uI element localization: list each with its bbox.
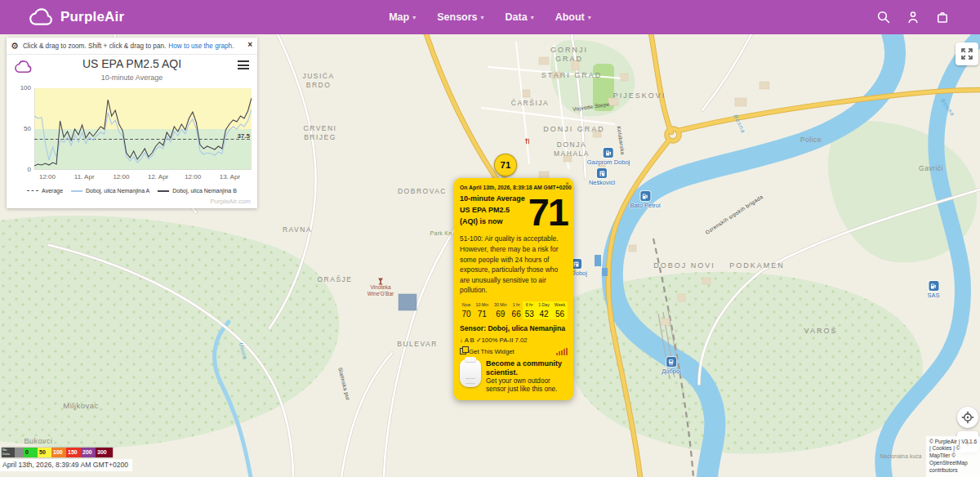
nav-item-map[interactable]: Map▾: [389, 11, 416, 23]
graph-subtitle: 10-minute Average: [7, 74, 257, 82]
nav-icons: [875, 0, 951, 34]
scale-stop-gray: [15, 448, 24, 457]
popup-timestamp: On April 13th, 2026, 8:39:18 AM GMT+0200: [460, 185, 568, 190]
popup-value-row: 10-minute AverageUS EPA PM2.5(AQI) is no…: [460, 194, 568, 230]
x-tick-13-apr: 13. Apr: [220, 173, 240, 181]
fullscreen-button[interactable]: [956, 42, 978, 65]
average-value-label: 37.5: [237, 132, 250, 140]
poi-bar: [376, 274, 385, 289]
aqi-color-scale: No Data050100150200300: [2, 448, 113, 457]
brand-logo[interactable]: PurpleAir: [29, 0, 124, 34]
fuel-icon: [929, 281, 938, 291]
scale-stop-0: 0: [24, 448, 38, 457]
poi-food: [524, 133, 531, 148]
chart-x-axis: 12:0011. Apr12:0012. Apr12:0013. Apr: [34, 173, 252, 183]
scale-stop-200: 200: [81, 448, 96, 457]
avg-header-1-day: 1 Day: [536, 301, 552, 309]
top-navbar: PurpleAir Map▾Sensors▾Data▾About▾: [0, 0, 980, 34]
poi-: Доброј: [662, 357, 681, 375]
aqi-sensor-marker[interactable]: 71: [494, 154, 517, 176]
cloud-logo-icon: [29, 8, 54, 26]
poi-sas: SAS: [927, 281, 939, 299]
brand-name: PurpleAir: [60, 9, 124, 25]
avg-value-1-day: 42: [536, 309, 552, 319]
nav-menu: Map▾Sensors▾Data▾About▾: [389, 11, 591, 23]
popup-sensor-meta: ↓ A B ✓100% PA-II 7.02: [460, 337, 568, 344]
fuel-icon: [604, 148, 613, 158]
scale-stop-50: 50: [38, 448, 51, 457]
fullscreen-icon: [960, 47, 973, 60]
x-tick-12-00: 12:00: [39, 173, 56, 181]
signal-bars-icon: [556, 347, 568, 355]
account-icon[interactable]: [905, 9, 921, 25]
aqi-popup: × On April 13th, 2026, 8:39:18 AM GMT+02…: [454, 178, 573, 400]
gear-icon[interactable]: ⚙: [11, 41, 19, 51]
avg-value-30-min: 69: [492, 309, 510, 319]
scale-stop-300: 300: [96, 448, 113, 457]
nav-item-sensors[interactable]: Sensors▾: [437, 11, 483, 23]
avg-header-week: Week: [552, 301, 568, 309]
legend-item-average[interactable]: Average: [27, 188, 63, 194]
poi-gazprom-doboj: Gazprom Doboj: [587, 148, 630, 166]
nav-item-data[interactable]: Data▾: [506, 11, 534, 23]
aqi-averages-table: Now10 Min30 Min1 hr6 hr1 DayWeek70716966…: [460, 301, 568, 319]
y-tick-50: 50: [11, 125, 31, 132]
avg-header-1-hr: 1 hr: [510, 301, 523, 309]
map-attribution[interactable]: © PurpleAir | V3.1.6 | Cookies | © MapTi…: [926, 436, 980, 477]
search-icon[interactable]: [875, 9, 892, 25]
nav-item-about[interactable]: About▾: [555, 11, 591, 23]
avg-value-6-hr: 53: [523, 309, 536, 319]
avg-header-6-hr: 6 hr: [523, 301, 536, 309]
poi-ne-kovi-i: Neškovići: [589, 168, 615, 186]
graph-hint-text: Click & drag to zoom. Shift + click & dr…: [23, 42, 166, 50]
avg-header-30-min: 30 Min: [492, 301, 510, 309]
rail-icon: [666, 357, 676, 367]
popup-aqi-value: 71: [528, 195, 568, 230]
avg-header-now: Now: [460, 301, 473, 309]
map-timestamp: April 13th, 2026, 8:39:49 AM GMT+0200: [0, 459, 132, 471]
cta-text: Get your own outdoor sensor just like th…: [486, 377, 568, 395]
legend-item-doboj-ulica-nemanjina-b[interactable]: Doboj, ulica Nemanjina B: [158, 188, 237, 194]
x-tick-12-00: 12:00: [185, 173, 201, 181]
watermark: PurpleAir.com: [210, 198, 251, 205]
legend-item-doboj-ulica-nemanjina-a[interactable]: Doboj, ulica Nemanjina A: [71, 188, 149, 194]
shop-icon: [597, 168, 607, 178]
avg-value-week: 56: [552, 309, 568, 319]
cart-icon[interactable]: [934, 9, 951, 25]
graph-help-link[interactable]: How to use the graph.: [168, 42, 234, 50]
popup-close-icon[interactable]: ×: [565, 180, 569, 187]
chart-menu-icon[interactable]: [238, 60, 249, 72]
scale-no-data: No Data: [2, 448, 15, 457]
avg-value-1-hr: 66: [510, 309, 523, 319]
chart-plot-area[interactable]: 37.5: [34, 88, 252, 170]
chart-legend: AverageDoboj, ulica Nemanjina ADoboj, ul…: [7, 188, 257, 194]
graph-title: US EPA PM2.5 AQI: [7, 57, 257, 70]
avg-value-now: 70: [460, 309, 473, 319]
cta-title: Become a community scientist.: [486, 359, 568, 377]
y-tick-0: 0: [11, 166, 31, 173]
sensor-graph-panel: ⚙ Click & drag to zoom. Shift + click & …: [7, 38, 257, 208]
popup-sensor-name: Sensor: Doboj, ulica Nemanjina: [460, 324, 568, 332]
x-tick-11-apr: 11. Apr: [74, 173, 95, 181]
popup-description: 51-100: Air quality is acceptable. Howev…: [460, 234, 568, 296]
x-tick-12-apr: 12. Apr: [148, 173, 168, 181]
copy-icon: [460, 348, 466, 354]
scale-stop-100: 100: [51, 448, 66, 457]
avg-header-10-min: 10 Min: [473, 301, 492, 309]
locate-button[interactable]: [957, 407, 978, 428]
close-icon[interactable]: ×: [247, 40, 252, 49]
y-tick-100: 100: [11, 84, 31, 91]
fuel-icon: [640, 191, 650, 201]
popup-value-label: 10-minute AverageUS EPA PM2.5(AQI) is no…: [460, 194, 528, 228]
graph-hint-strip: ⚙ Click & drag to zoom. Shift + click & …: [7, 38, 257, 55]
get-widget-link[interactable]: Get This Widget: [460, 348, 514, 355]
community-cta[interactable]: Become a community scientist. Get your o…: [460, 359, 568, 395]
sensor-device-image: [460, 359, 481, 387]
locate-icon: [961, 411, 974, 424]
scale-stop-150: 150: [66, 448, 81, 457]
popup-widget-row: Get This Widget: [460, 347, 568, 355]
poi-bato-petrol: Bato Petrol: [630, 191, 660, 209]
x-tick-12-00: 12:00: [113, 173, 129, 181]
avg-value-10-min: 71: [473, 309, 492, 319]
